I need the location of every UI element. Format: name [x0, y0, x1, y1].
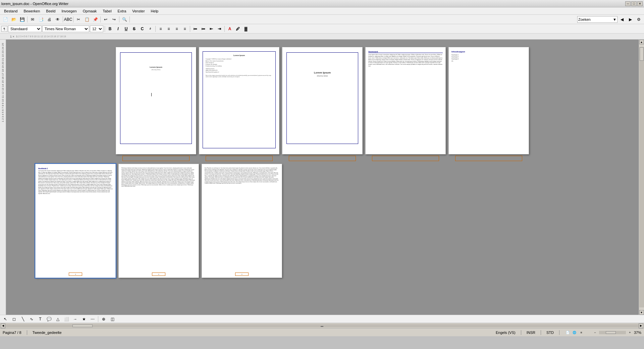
search-dropdown[interactable]: Zoeken ▼	[577, 16, 618, 23]
hscroll-track[interactable]: ▬	[5, 324, 639, 328]
align-left-button[interactable]: ≡	[157, 26, 164, 32]
page-3[interactable]: Lorem Ipsum (Dummy tekst)	[282, 47, 363, 154]
redo-button[interactable]: ↪	[110, 16, 118, 23]
paragraph-style-select[interactable]: Standaard	[8, 26, 42, 32]
search-next-button[interactable]: ▶	[626, 16, 634, 23]
maximize-button[interactable]: □	[631, 1, 637, 6]
normal-view-button[interactable]: 📄	[565, 330, 571, 335]
paste-button[interactable]: 📌	[91, 16, 99, 23]
increase-indent-button[interactable]: ⇥	[216, 26, 223, 32]
scroll-track[interactable]	[639, 47, 644, 307]
web-view-button[interactable]: 🌐	[572, 330, 578, 335]
status-sep-1	[27, 330, 27, 335]
scroll-down-button[interactable]: ▼	[639, 310, 644, 315]
bold-button[interactable]: B	[106, 26, 114, 32]
menu-opmaak[interactable]: Opmaak	[80, 8, 100, 14]
page-2-copyright: Copyright © 2006 Door naam of/origen onb…	[206, 58, 273, 60]
outline-view-button[interactable]: ≡	[578, 330, 584, 335]
menu-invoegen[interactable]: Invoegen	[59, 8, 79, 14]
line-tool-button[interactable]: ╲	[19, 315, 27, 323]
page-5[interactable]: Inhoudsopgave Hoofdstuk 1 Hoofdstuk 2 Ho…	[448, 47, 529, 154]
status-sep-4	[559, 330, 559, 335]
menu-venster[interactable]: Venster	[129, 8, 147, 14]
page-wrapper-4: Voorwoord Lorem ipsum dolor sit amet con…	[365, 47, 446, 161]
italic-button[interactable]: I	[114, 26, 122, 32]
scroll-right-button[interactable]: ▶	[639, 323, 643, 328]
view-mode-buttons: 📄 🌐 ≡	[565, 330, 584, 335]
new-button[interactable]: 📄	[1, 16, 9, 23]
page-8[interactable]: Erat. Phasellus non scelerisque mi. Cum …	[202, 164, 282, 278]
menu-beeld[interactable]: Beeld	[43, 8, 58, 14]
save-button[interactable]: 💾	[18, 16, 26, 23]
menu-help[interactable]: Help	[148, 8, 161, 14]
highlight-color-button[interactable]: 🖊	[234, 26, 241, 32]
copy-button[interactable]: 📋	[83, 16, 91, 23]
hscroll-thumb[interactable]	[72, 325, 93, 327]
document-canvas[interactable]: Lorem Ipsum (Dummy tekst) Lorem Ipsum Co…	[6, 40, 639, 315]
preview-button[interactable]: 👁	[54, 16, 62, 23]
font-color-button[interactable]: A	[226, 26, 233, 32]
callout-tool-button[interactable]: 💬	[45, 315, 53, 323]
close-button[interactable]: ✕	[637, 1, 643, 6]
more-tool-button[interactable]: ⋯	[89, 315, 97, 323]
scroll-left-button[interactable]: ◀	[1, 323, 5, 328]
curve-tool-button[interactable]: ∿	[28, 315, 36, 323]
zoom-slider-track[interactable]	[599, 331, 626, 334]
page-6[interactable]: Hoofdstuk 1 Lorem ipsum dolor sit amet c…	[35, 164, 116, 278]
num-list-button[interactable]: ≔	[192, 26, 199, 32]
print-button[interactable]: 🖨	[45, 16, 53, 23]
underline-button[interactable]: U	[122, 26, 130, 32]
arrows-tool-button[interactable]: →	[71, 315, 79, 323]
align-justify-button[interactable]: ≡	[181, 26, 189, 32]
select-tool-button[interactable]: ↖	[1, 315, 9, 323]
zoom-out-button[interactable]: −	[592, 330, 598, 335]
page-8-body: Erat. Phasellus non scelerisque mi. Cum …	[205, 167, 279, 184]
spell-button[interactable]: ABC	[64, 16, 72, 23]
menu-bestand[interactable]: Bestand	[1, 8, 20, 14]
scroll-thumb[interactable]	[640, 47, 644, 61]
align-center-button[interactable]: ≡	[165, 26, 172, 32]
align-right-button[interactable]: ≡	[173, 26, 180, 32]
flowchart-tool-button[interactable]: ⬜	[62, 315, 70, 323]
shadow-button[interactable]: ◫	[108, 315, 116, 323]
minimize-button[interactable]: ─	[625, 1, 631, 6]
page-7[interactable]: Pellentesque habitant morbi tristique se…	[118, 164, 199, 278]
email-button[interactable]: ✉	[29, 16, 37, 23]
std-status: STD	[546, 331, 554, 335]
search-prev-button[interactable]: ◀	[618, 16, 626, 23]
stars-tool-button[interactable]: ★	[80, 315, 88, 323]
menu-extra[interactable]: Extra	[115, 8, 129, 14]
menu-bewerken[interactable]: Bewerken	[21, 8, 43, 14]
font-name-select[interactable]: Times New Roman	[42, 26, 89, 32]
search-options-button[interactable]: ⚙	[635, 16, 643, 23]
page-1[interactable]: Lorem Ipsum (Dummy tekst)	[116, 47, 196, 154]
scroll-up-button[interactable]: ▲	[639, 40, 644, 44]
open-button[interactable]: 📂	[10, 16, 18, 23]
char-shading-button[interactable]: ▓	[242, 26, 250, 32]
text-tool-button[interactable]: T	[36, 315, 44, 323]
decrease-indent-button[interactable]: ⇤	[208, 26, 215, 32]
zoom-slider-thumb[interactable]	[606, 331, 616, 334]
find-replace-button[interactable]: 🔍	[120, 16, 128, 23]
subscript-button[interactable]: ∂	[147, 26, 154, 32]
font-size-select[interactable]: 12	[90, 26, 103, 32]
menu-tabel[interactable]: Tabel	[100, 8, 114, 14]
pdf-button[interactable]: 📑	[37, 16, 45, 23]
titlebar-controls[interactable]: ─ □ ✕	[625, 1, 643, 6]
page-4[interactable]: Voorwoord Lorem ipsum dolor sit amet con…	[365, 47, 446, 154]
toc-item-1: Hoofdstuk 1	[451, 54, 526, 56]
shapes-tool-button[interactable]: △	[54, 315, 62, 323]
undo-button[interactable]: ↩	[102, 16, 110, 23]
page-2[interactable]: Lorem Ipsum Copyright © 2006 Door naam o…	[199, 47, 279, 154]
bullet-list-button[interactable]: ≔	[200, 26, 207, 32]
draw-tool-button[interactable]: ◻	[10, 315, 18, 323]
horizontal-scrollbar[interactable]: ◀ ▬ ▶	[0, 323, 644, 328]
insert-shape-button[interactable]: ⊕	[100, 315, 108, 323]
zoom-in-button[interactable]: +	[627, 330, 633, 335]
zoom-controls: − + 37%	[592, 330, 641, 335]
strikethrough-button[interactable]: S	[130, 26, 138, 32]
superscript-button[interactable]: C	[139, 26, 146, 32]
right-scrollbar[interactable]: ▲ ▼	[639, 40, 644, 315]
toolbar-sep-2	[63, 16, 63, 22]
cut-button[interactable]: ✂	[74, 16, 83, 23]
